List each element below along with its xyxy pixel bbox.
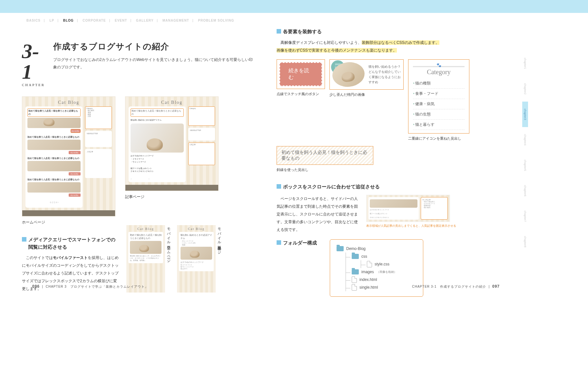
section-bullet-icon	[277, 184, 281, 189]
example-ellipse: 202012/28 猫を飼い始めるうか？ どんな子を紹介していく家族になるように…	[329, 59, 404, 90]
sidetab: chapter4	[522, 127, 528, 153]
caption-ellipse: 少し歪んだ楕円の画像	[329, 92, 404, 97]
chapter-tabs: chapter1 chapter2 chapter3 chapter4 chap…	[522, 51, 528, 254]
section-bullet-icon	[277, 29, 281, 34]
mobile-home-mock: Cat Blog 初めて猫を飼う人必見！猫を飼うときに必要なもの猫を飼い始めるに…	[126, 225, 165, 293]
mock-post-title: 初めて猫を飼う人必見！猫を飼うときに必要なもの	[28, 110, 78, 115]
sidetab: chapter6	[522, 178, 528, 204]
file-icon	[352, 284, 357, 291]
mobile-article-label: モバイル版記事ページ	[217, 225, 222, 293]
ellipse-text: 猫を飼い始めるうか？ どんな子を紹介していく家族になるようにおすすめ	[368, 64, 401, 85]
file-icon	[367, 261, 372, 267]
mobile-home-label: モバイル版ホームページ	[166, 225, 171, 293]
mock-article-title: 初めて猫を飼う人必見！猫を飼うときに必要なもの	[131, 108, 184, 117]
mock-caption-home: ホームページ	[22, 220, 115, 225]
mobile-article-mock: Cat Blog 猫を飼い始めるときの必須アイテム・キャットフード・トイレ（トイ…	[177, 225, 216, 293]
scroll-mock: おすすめのキャットフード猫フードを選ぶポイントテキストテキストテキスト ★ 人気…	[366, 195, 450, 222]
footer-left: 096 | CHAPTER 3 ブログサイトで学ぶ「装飾とカラムレイアウト」	[32, 284, 148, 289]
section-folder-heading: フォルダー構成	[283, 239, 317, 247]
nav-basics: BASICS	[26, 19, 41, 22]
section-media-heading: メディアクエリーでスマートフォンでの閲覧に対応させる	[28, 236, 119, 251]
caption-category: 二重線にアイコンを重ねた見出し	[408, 136, 469, 141]
file-icon	[352, 276, 357, 283]
caption-button: 点線でステッチ風のボタン	[277, 92, 325, 96]
mock-readmore: 続きを読む	[71, 129, 81, 133]
category-item: 猫と暮らす	[413, 120, 465, 130]
nav-blog: BLOG	[63, 19, 74, 22]
example-category: 🐾 Category 猫の種類 食事・フード 健康・病気 猫の生態 猫と暮らす	[408, 59, 469, 134]
category-item: 猫の種類	[413, 78, 465, 89]
mock-newsletter: NEWSLETTER	[188, 128, 215, 141]
sidetab: chapter5	[522, 153, 528, 178]
sidetab: chapter1	[522, 51, 528, 76]
caption-stripe: 斜線を使った見出し	[277, 167, 510, 172]
nav-problem: PROBLEM SOLVING	[198, 19, 234, 22]
category-item: 食事・フード	[413, 89, 465, 99]
category-item: 猫の生態	[413, 109, 465, 120]
header-bar	[0, 0, 588, 13]
mock-logo: Cat Blog	[25, 100, 112, 105]
nav-gallery: GALLERY	[136, 19, 153, 22]
category-title: Category	[413, 66, 465, 76]
decorate-paragraph: 高解像度ディスプレイにも対応しやすいよう、装飾部分はなるべくCSSのみで作成しま…	[277, 39, 510, 54]
readmore-button: 続きを読む	[279, 62, 322, 86]
mock-post-title: 初めて猫を飼う人必見！猫を飼うときに必要なもの	[27, 157, 79, 159]
folder-icon	[337, 246, 344, 251]
mock-readmore: 続きを読む	[69, 172, 81, 175]
section-scroll-heading: ボックスをスクロールに合わせて追従させる	[283, 183, 380, 191]
mock-post-title: 初めて猫を飼う人必見！猫を飼うときに必要なもの	[27, 136, 79, 138]
section-bullet-icon	[22, 237, 26, 242]
scroll-caption: 表示領域が人気記事の見出しまでくると、人気記事を固定表示させる	[366, 224, 456, 228]
page-left: 3-1 CHAPTER 作成するブログサイトの紹介 ブログサイトでおなじみの2カ…	[13, 25, 264, 297]
nav-corporate: CORPORATE	[83, 19, 106, 22]
folder-icon	[352, 254, 359, 259]
page-title: 作成するブログサイトの紹介	[53, 41, 255, 52]
sidetab: chapter7	[522, 204, 528, 229]
footer-right: CHAPTER 3-1 作成するブログサイトの紹介 | 097	[412, 284, 500, 289]
mock-readmore: 続きを読む	[69, 151, 81, 154]
category-item: 健康・病気	[413, 99, 465, 109]
mock-post-title: 初めて猫を飼う人必見！猫を飼うときに必要なもの	[27, 178, 79, 181]
nav-lp: LP	[49, 19, 54, 22]
chapter-label: CHAPTER	[22, 83, 46, 87]
breadcrumb-nav: BASICS| LP| BLOG| CORPORATE| EVENT| GALL…	[0, 13, 588, 25]
page-right: 各要素を装飾する 高解像度ディスプレイにも対応しやすいよう、装飾部分はなるべくC…	[268, 25, 519, 297]
folder-icon	[352, 269, 359, 274]
mock-logo: Cat Blog	[129, 100, 215, 105]
mock-home: Cat Blog 初めて猫を飼う人必見！猫を飼うときに必要なもの続きを読む 初め…	[22, 96, 115, 225]
sidetab-active: chapter3	[522, 102, 528, 127]
nav-event: EVENT	[115, 19, 127, 22]
sidetab: chapter2	[522, 76, 528, 102]
intro-text: ブログサイトでおなじみの2カラムレイアウトのWebサイトを見ていきましょう。猫に…	[53, 56, 255, 71]
mock-caption-article: 記事ページ	[125, 194, 219, 200]
mock-readmore: 続きを読む	[69, 194, 81, 197]
mock-newsletter: NEWSLETTER	[85, 131, 112, 147]
scroll-paragraph: ページをスクロールすると、サイドバーの人気記事の位置まで到達した時点でその要素を…	[277, 195, 360, 234]
mock-article: Cat Blog 初めて猫を飼う人必見！猫を飼うときに必要なもの 猫を飼い始める…	[125, 96, 219, 225]
sidetab: chapter8	[522, 229, 528, 254]
nav-management: MANAGEMENT	[162, 19, 189, 22]
example-stripe-heading: 初めて猫を飼う人必見！猫を飼うときに必要なもの	[277, 146, 373, 165]
section-bullet-icon	[277, 240, 281, 245]
example-button: 続きを読む	[277, 59, 325, 89]
section-decorate-heading: 各要素を装飾する	[283, 28, 322, 35]
mock-popular: 人気記事	[85, 149, 112, 178]
folder-diagram: Demo-Blog css style.css images（画像を格納） in…	[330, 239, 423, 297]
chapter-number: 3-1	[22, 41, 46, 82]
